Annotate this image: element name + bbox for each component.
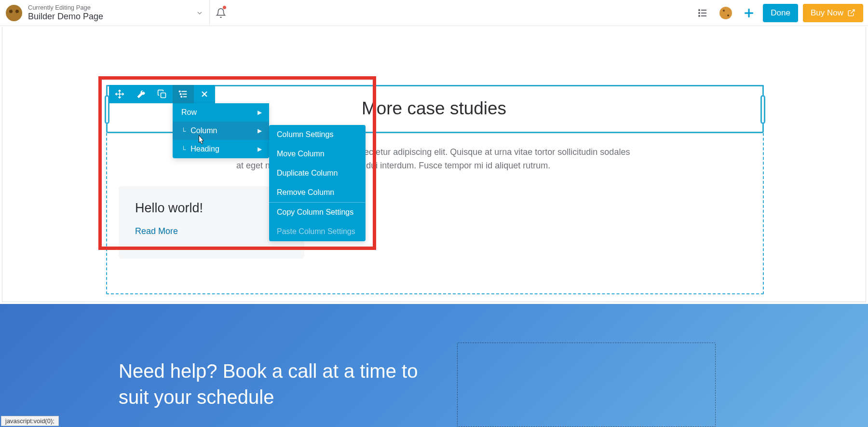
chevron-right-icon: ▶ [258,127,262,134]
breadcrumb-item-label: Row [181,108,197,117]
beaver-logo-icon [6,5,22,21]
outline-list-icon [697,7,708,19]
column-actions-menu: Column Settings Move Column Duplicate Co… [269,125,366,241]
menu-item-column-settings[interactable]: Column Settings [269,125,366,144]
done-button-label: Done [771,8,790,18]
browser-status-bar: javascript:void(0); [1,416,59,426]
menu-item-paste-column-settings: Paste Column Settings [269,222,366,241]
external-link-icon [847,9,855,17]
svg-point-17 [181,96,182,97]
title-dropdown-button[interactable] [190,0,209,26]
menu-item-remove-column[interactable]: Remove Column [269,183,366,202]
menu-item-move-column[interactable]: Move Column [269,144,366,164]
remove-button[interactable] [194,85,215,103]
breadcrumb-item-row[interactable]: Row ▶ [173,103,269,122]
svg-point-4 [699,13,700,14]
breadcrumb-button[interactable] [173,85,194,103]
logo-button[interactable] [0,0,28,26]
assistant-button[interactable] [717,4,735,22]
page-title: Builder Demo Page [28,12,103,22]
node-toolbar [109,85,215,103]
editing-context-label: Currently Editing Page [28,4,103,12]
menu-item-copy-column-settings[interactable]: Copy Column Settings [269,203,366,222]
move-icon [115,89,124,99]
duplicate-button[interactable] [151,85,173,103]
cta-heading: Need help? Book a call at a time to suit… [119,358,437,410]
page-title-block[interactable]: Currently Editing Page Builder Demo Page [28,4,190,22]
post-card-link[interactable]: Read More [135,226,178,236]
svg-point-16 [180,94,181,95]
cta-section[interactable]: Need help? Book a call at a time to suit… [0,304,868,427]
list-tree-icon [178,89,189,99]
chevron-right-icon: ▶ [258,146,262,152]
bell-icon [216,8,226,18]
embed-placeholder[interactable] [457,343,716,427]
done-button[interactable]: Done [763,4,798,22]
top-bar-right: Done Buy Now [693,4,863,22]
move-handle[interactable] [109,85,130,103]
tree-branch-icon: └ [181,127,186,135]
plus-icon [743,7,755,19]
buy-now-label: Buy Now [811,8,843,18]
add-content-button[interactable] [740,4,758,22]
breadcrumb-item-heading[interactable]: └Heading ▶ [173,140,269,158]
svg-point-5 [699,15,700,16]
notification-dot-icon [223,6,226,9]
breadcrumb-menu: Row ▶ └Column ▶ └Heading ▶ [173,103,269,158]
breadcrumb-item-column[interactable]: └Column ▶ [173,122,269,140]
svg-line-8 [851,10,854,14]
chevron-down-icon [196,9,203,17]
tree-branch-icon: └ [181,146,186,153]
svg-point-15 [179,91,180,92]
post-card-title: Hello world! [135,201,288,216]
wrench-icon [136,90,146,99]
close-icon [200,89,209,99]
svg-point-3 [699,10,700,11]
top-bar: Currently Editing Page Builder Demo Page… [0,0,868,26]
chevron-right-icon: ▶ [258,109,262,116]
svg-rect-11 [161,93,166,98]
cursor-pointer-icon [196,134,206,147]
menu-item-duplicate-column[interactable]: Duplicate Column [269,164,366,183]
settings-button[interactable] [130,85,151,103]
top-bar-left: Currently Editing Page Builder Demo Page [0,0,232,26]
notifications-button[interactable] [210,0,232,26]
buy-now-button[interactable]: Buy Now [803,4,863,22]
outline-panel-button[interactable] [693,4,712,22]
cookie-icon [719,7,732,19]
copy-icon [157,89,167,99]
